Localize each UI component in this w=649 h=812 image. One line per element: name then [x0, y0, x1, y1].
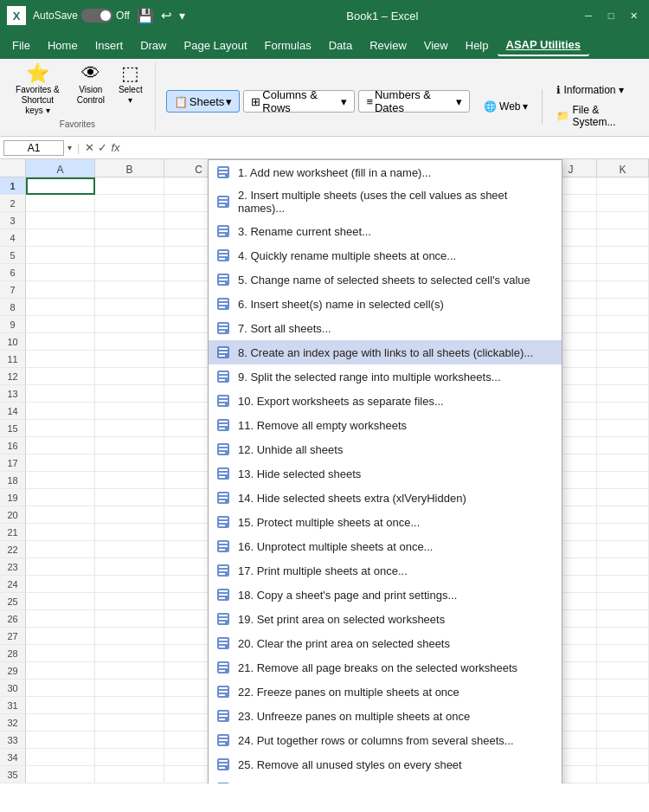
- table-row[interactable]: [597, 299, 649, 316]
- close-button[interactable]: ✕: [625, 7, 642, 24]
- table-row[interactable]: [95, 558, 164, 576]
- menu-formulas[interactable]: Formulas: [256, 35, 320, 55]
- table-row[interactable]: [95, 749, 164, 766]
- table-row[interactable]: [597, 403, 649, 420]
- table-row[interactable]: [26, 299, 95, 316]
- table-row[interactable]: [597, 697, 649, 714]
- autosave-control[interactable]: AutoSave Off: [33, 9, 130, 23]
- table-row[interactable]: [26, 437, 95, 454]
- table-row[interactable]: [597, 662, 649, 680]
- table-row[interactable]: [597, 749, 649, 766]
- dropdown-menu-item[interactable]: 20. Clear the print area on selected she…: [209, 631, 562, 655]
- table-row[interactable]: [597, 714, 649, 731]
- table-row[interactable]: [26, 506, 95, 524]
- dropdown-menu-item[interactable]: 23. Unfreeze panes on multiple sheets at…: [209, 704, 562, 728]
- undo-icon[interactable]: ↩: [161, 8, 172, 23]
- table-row[interactable]: [597, 558, 649, 576]
- information-button[interactable]: ℹ Information ▾: [549, 81, 642, 99]
- table-row[interactable]: [95, 541, 164, 558]
- table-row[interactable]: [95, 766, 164, 783]
- maximize-button[interactable]: □: [602, 7, 620, 24]
- table-row[interactable]: [597, 472, 649, 489]
- dropdown-menu-item[interactable]: 9. Split the selected range into multipl…: [209, 364, 562, 389]
- table-row[interactable]: [26, 229, 95, 247]
- table-row[interactable]: [26, 368, 95, 385]
- table-row[interactable]: [597, 247, 649, 264]
- table-row[interactable]: [26, 749, 95, 766]
- dropdown-menu-item[interactable]: 10. Export worksheets as separate files.…: [209, 389, 562, 413]
- table-row[interactable]: [95, 506, 164, 524]
- table-row[interactable]: [95, 731, 164, 749]
- columns-rows-dropdown-button[interactable]: ⊞ Columns & Rows ▾: [243, 90, 355, 113]
- table-row[interactable]: [95, 195, 164, 212]
- table-row[interactable]: [95, 333, 164, 351]
- numbers-dates-dropdown-button[interactable]: ≡ Numbers & Dates ▾: [358, 90, 470, 113]
- dropdown-menu-item[interactable]: 12. Unhide all sheets: [209, 437, 562, 461]
- dropdown-menu-item[interactable]: 25. Remove all unused styles on every sh…: [209, 752, 562, 777]
- table-row[interactable]: [26, 697, 95, 714]
- table-row[interactable]: [597, 351, 649, 368]
- table-row[interactable]: [597, 524, 649, 541]
- table-row[interactable]: [26, 524, 95, 541]
- menu-data[interactable]: Data: [320, 35, 361, 55]
- menu-help[interactable]: Help: [457, 35, 498, 55]
- dropdown-menu-item[interactable]: 4. Quickly rename multiple sheets at onc…: [209, 243, 562, 267]
- table-row[interactable]: [597, 628, 649, 645]
- dropdown-menu-item[interactable]: 21. Remove all page breaks on the select…: [209, 655, 562, 680]
- table-row[interactable]: [26, 645, 95, 662]
- col-header-b[interactable]: B: [95, 159, 164, 177]
- table-row[interactable]: [26, 264, 95, 281]
- table-row[interactable]: [597, 368, 649, 385]
- dropdown-menu-item[interactable]: 13. Hide selected sheets: [209, 461, 562, 486]
- table-row[interactable]: [26, 195, 95, 212]
- table-row[interactable]: [597, 731, 649, 749]
- cancel-icon[interactable]: ✕: [85, 141, 94, 154]
- table-row[interactable]: [95, 472, 164, 489]
- col-header-a[interactable]: A: [26, 159, 95, 177]
- dropdown-menu-item[interactable]: 3. Rename current sheet...: [209, 219, 562, 243]
- table-row[interactable]: [26, 472, 95, 489]
- table-row[interactable]: [597, 489, 649, 506]
- table-row[interactable]: [95, 437, 164, 454]
- table-row[interactable]: [26, 714, 95, 731]
- table-row[interactable]: [26, 454, 95, 472]
- dropdown-menu-item[interactable]: 22. Freeze panes on multiple sheets at o…: [209, 680, 562, 704]
- table-row[interactable]: [26, 610, 95, 628]
- table-row[interactable]: [26, 420, 95, 437]
- table-row[interactable]: [95, 299, 164, 316]
- table-row[interactable]: [95, 351, 164, 368]
- dropdown-menu-item[interactable]: 8. Create an index page with links to al…: [209, 340, 562, 364]
- save-icon[interactable]: 💾: [137, 8, 154, 24]
- table-row[interactable]: [95, 645, 164, 662]
- favorites-shortcut-keys-button[interactable]: ⭐ Favorites &Shortcut keys ▾: [7, 62, 68, 118]
- custom-quick-access[interactable]: ▾: [179, 9, 185, 23]
- table-row[interactable]: [26, 731, 95, 749]
- name-box-chevron[interactable]: ▾: [67, 143, 72, 152]
- table-row[interactable]: [597, 264, 649, 281]
- web-button[interactable]: 🌐 Web ▾: [477, 98, 535, 115]
- table-row[interactable]: [26, 628, 95, 645]
- table-row[interactable]: [95, 247, 164, 264]
- dropdown-menu-item[interactable]: 24. Put together rows or columns from se…: [209, 728, 562, 752]
- table-row[interactable]: [26, 558, 95, 576]
- formula-input[interactable]: [124, 140, 646, 155]
- dropdown-menu-item[interactable]: 5. Change name of selected sheets to sel…: [209, 267, 562, 292]
- dropdown-menu-item[interactable]: 19. Set print area on selected worksheet…: [209, 607, 562, 631]
- table-row[interactable]: [26, 541, 95, 558]
- autosave-toggle[interactable]: [81, 9, 112, 23]
- table-row[interactable]: [95, 281, 164, 299]
- table-row[interactable]: [95, 212, 164, 229]
- table-row[interactable]: [597, 229, 649, 247]
- table-row[interactable]: [95, 593, 164, 610]
- table-row[interactable]: [26, 316, 95, 333]
- table-row[interactable]: [26, 403, 95, 420]
- dropdown-menu-item[interactable]: 11. Remove all empty worksheets: [209, 413, 562, 437]
- table-row[interactable]: [597, 385, 649, 403]
- table-row[interactable]: [95, 454, 164, 472]
- table-row[interactable]: [26, 593, 95, 610]
- cell-reference-input[interactable]: [3, 140, 64, 156]
- table-row[interactable]: [95, 610, 164, 628]
- menu-draw[interactable]: Draw: [132, 35, 175, 55]
- table-row[interactable]: [26, 385, 95, 403]
- table-row[interactable]: [26, 662, 95, 680]
